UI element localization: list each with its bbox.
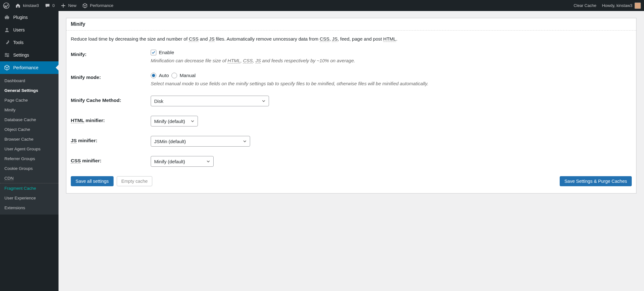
menu-tools[interactable]: Tools [0, 36, 59, 49]
submenu-ua-groups[interactable]: User Agent Groups [0, 144, 59, 154]
save-purge-button[interactable]: Save Settings & Purge Caches [560, 176, 632, 186]
submenu-obj-cache[interactable]: Object Cache [0, 125, 59, 134]
row-css-minifier: CSS minifier: Minify (default) [71, 156, 632, 167]
submenu-minify[interactable]: Minify [0, 105, 59, 115]
empty-cache-button[interactable]: Empty cache [117, 176, 153, 186]
css-minifier-select[interactable]: Minify (default) [151, 156, 214, 167]
account-link[interactable]: Howdy, kinstaw3 [602, 3, 641, 9]
site-link[interactable]: kinstaw3 [15, 3, 39, 8]
minify-panel: Minify Reduce load time by decreasing th… [66, 18, 636, 193]
menu-plugins[interactable]: Plugins [0, 11, 59, 24]
plugin-icon [4, 14, 10, 20]
settings-icon [4, 52, 10, 58]
submenu-fragment-cache[interactable]: Fragment Cache [0, 183, 59, 193]
mode-manual-radio[interactable] [171, 73, 177, 78]
perf-label: Performance [90, 3, 113, 8]
cache-method-label: Minify Cache Method: [71, 96, 151, 103]
panel-title: Minify [66, 18, 636, 31]
menu-performance[interactable]: Performance [0, 61, 59, 74]
submenu-db-cache[interactable]: Database Cache [0, 115, 59, 125]
box-icon [82, 3, 88, 8]
submenu-browser-cache[interactable]: Browser Cache [0, 134, 59, 144]
cache-method-select[interactable]: Disk [151, 96, 269, 106]
menu-users[interactable]: Users [0, 24, 59, 36]
svg-rect-5 [6, 53, 6, 55]
row-html-minifier: HTML minifier: Minify (default) [71, 116, 632, 126]
admin-sidebar: Plugins Users Tools Settings Performance… [0, 11, 59, 291]
avatar [635, 3, 641, 9]
submenu-extensions[interactable]: Extensions [0, 203, 59, 213]
mode-hint: Select manual mode to use fields on the … [151, 81, 632, 86]
comment-icon [45, 3, 50, 8]
svg-point-1 [6, 28, 8, 30]
submenu-user-experience[interactable]: User Experience [0, 193, 59, 203]
minify-label: Minify: [71, 50, 151, 57]
save-all-button[interactable]: Save all settings [71, 176, 114, 186]
howdy-label: Howdy, kinstaw3 [602, 3, 632, 8]
html-minifier-select[interactable]: Minify (default) [151, 116, 198, 126]
js-minifier-label: JS minifier: [71, 136, 151, 143]
submenu-ref-groups[interactable]: Referrer Groups [0, 154, 59, 164]
menu-settings[interactable]: Settings [0, 49, 59, 61]
js-minifier-select[interactable]: JSMin (default) [151, 136, 250, 147]
check-icon [151, 50, 156, 55]
submenu-dashboard[interactable]: Dashboard [0, 76, 59, 86]
minify-hint: Minification can decrease file size of H… [151, 58, 632, 63]
performance-icon [4, 64, 10, 71]
wordpress-icon [3, 3, 9, 9]
chevron-down-icon [262, 99, 266, 103]
wordpress-logo[interactable] [3, 3, 9, 9]
row-minify-mode: Minify mode: Auto Manual Select manual m… [71, 73, 632, 86]
site-name: kinstaw3 [23, 3, 39, 8]
svg-rect-3 [5, 55, 9, 55]
new-content[interactable]: New [60, 3, 76, 8]
comment-count: 0 [53, 3, 55, 8]
tools-icon [4, 39, 10, 46]
plus-icon [60, 3, 66, 8]
mode-auto-radio[interactable] [151, 73, 156, 78]
row-js-minifier: JS minifier: JSMin (default) [71, 136, 632, 147]
panel-description: Reduce load time by decreasing the size … [71, 36, 632, 42]
chevron-down-icon [191, 119, 194, 123]
performance-submenu: Dashboard General Settings Page Cache Mi… [0, 74, 59, 215]
minify-enable-checkbox[interactable] [151, 50, 156, 55]
admin-bar: kinstaw3 0 New Performance Clear Cache H… [0, 0, 644, 11]
performance-menu[interactable]: Performance [82, 3, 113, 8]
users-icon [4, 27, 10, 33]
svg-rect-2 [5, 53, 9, 54]
css-minifier-label: CSS minifier: [71, 156, 151, 164]
row-cache-method: Minify Cache Method: Disk [71, 96, 632, 106]
content-area: Minify Reduce load time by decreasing th… [59, 11, 644, 291]
svg-rect-4 [5, 56, 9, 57]
svg-rect-6 [8, 55, 8, 57]
row-minify-enable: Minify: Enable Minification can decrease… [71, 50, 632, 63]
mode-label: Minify mode: [71, 73, 151, 80]
new-label: New [68, 3, 76, 8]
mode-auto-label: Auto [159, 73, 169, 78]
mode-manual-label: Manual [180, 73, 196, 78]
submenu-page-cache[interactable]: Page Cache [0, 95, 59, 105]
html-minifier-label: HTML minifier: [71, 116, 151, 123]
chevron-down-icon [206, 159, 210, 163]
enable-label: Enable [159, 50, 174, 55]
comments-link[interactable]: 0 [45, 3, 55, 8]
home-icon [15, 3, 21, 8]
chevron-down-icon [243, 139, 247, 143]
submenu-cdn[interactable]: CDN [0, 173, 59, 183]
clear-cache-link[interactable]: Clear Cache [574, 3, 596, 8]
submenu-general-settings[interactable]: General Settings [0, 86, 59, 95]
submenu-cookie-groups[interactable]: Cookie Groups [0, 164, 59, 173]
button-row: Save all settings Empty cache Save Setti… [71, 176, 632, 186]
